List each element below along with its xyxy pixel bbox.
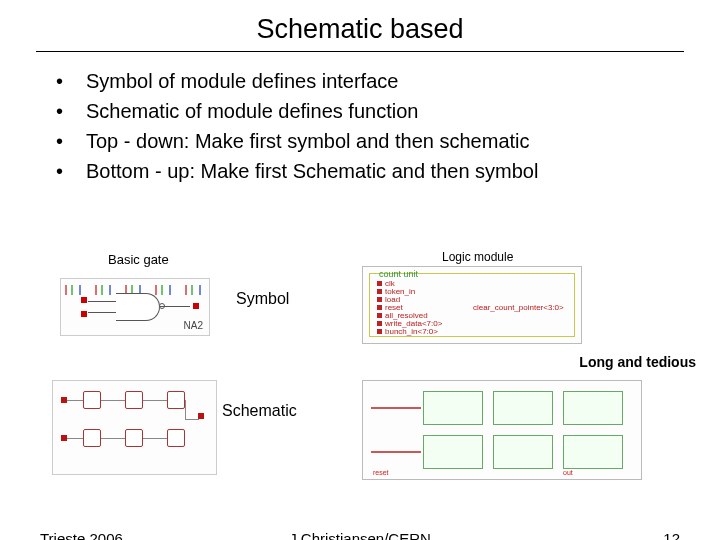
pin-icon (193, 303, 199, 309)
block-icon (493, 435, 553, 469)
block-icon (563, 435, 623, 469)
figure-basic-gate-schematic (52, 380, 217, 475)
figure-logic-module-symbol: count unit clk token_in load reset all_r… (362, 266, 582, 344)
bullet-item: Schematic of module defines function (56, 96, 680, 126)
block-icon (563, 391, 623, 425)
wire-icon (143, 438, 167, 439)
bus-icon (371, 451, 421, 453)
wire-icon (101, 438, 125, 439)
wire-icon (143, 400, 167, 401)
footer-page-number: 12 (663, 530, 680, 540)
figure-basic-gate-symbol: NA2 (60, 278, 210, 336)
port-label: clear_count_pointer<3:0> (473, 303, 564, 312)
wire-icon (101, 400, 125, 401)
wire-icon (185, 400, 186, 420)
figure-logic-module-schematic: reset out (362, 380, 642, 480)
net-label: reset (373, 469, 389, 476)
block-icon (493, 391, 553, 425)
bullet-item: Top - down: Make first symbol and then s… (56, 126, 680, 156)
transistor-icon (83, 429, 101, 447)
bullet-list: Symbol of module defines interface Schem… (56, 66, 680, 186)
figure-area: Basic gate Logic module Symbol Schematic… (0, 230, 720, 500)
block-icon (423, 391, 483, 425)
transistor-icon (83, 391, 101, 409)
port-label: bunch_in<7:0> (385, 327, 438, 336)
bullet-item: Bottom - up: Make first Schematic and th… (56, 156, 680, 186)
note-long-tedious: Long and tedious (579, 354, 696, 370)
wire-icon (160, 306, 190, 307)
transistor-icon (125, 429, 143, 447)
row-label-symbol: Symbol (236, 290, 289, 308)
label-basic-gate: Basic gate (108, 252, 169, 267)
row-label-schematic: Schematic (222, 402, 297, 420)
footer-center: J.Christiansen/CERN (0, 530, 720, 540)
gate-label: NA2 (184, 320, 203, 331)
nand-gate-icon (116, 293, 160, 321)
pin-icon (81, 297, 87, 303)
bus-icon (371, 407, 421, 409)
pin-icon (81, 311, 87, 317)
net-label: out (563, 469, 573, 476)
wire-icon (67, 438, 83, 439)
title-rule (36, 51, 684, 52)
slide-title: Schematic based (0, 0, 720, 51)
transistor-icon (125, 391, 143, 409)
bullet-item: Symbol of module defines interface (56, 66, 680, 96)
wire-icon (67, 400, 83, 401)
transistor-icon (167, 429, 185, 447)
module-title: count unit (379, 269, 418, 279)
wire-icon (185, 419, 199, 420)
block-icon (423, 435, 483, 469)
label-logic-module: Logic module (442, 250, 513, 264)
transistor-icon (167, 391, 185, 409)
